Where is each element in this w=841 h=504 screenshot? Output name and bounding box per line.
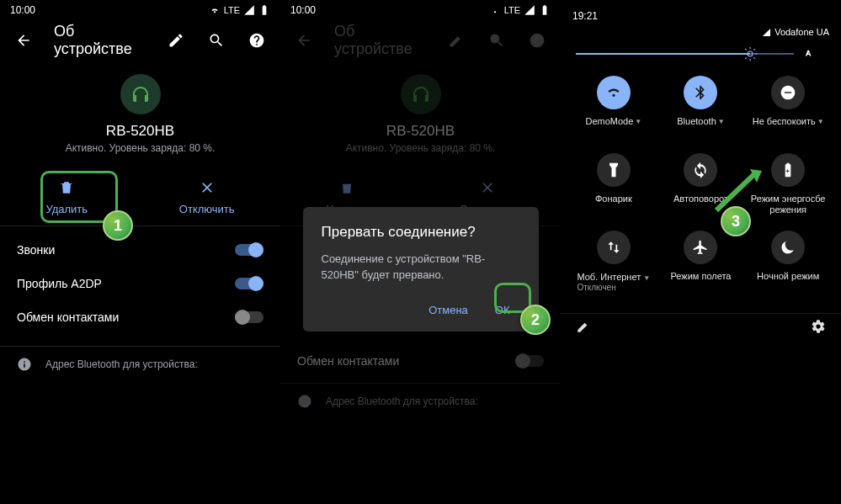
contacts-label: Обмен контактами xyxy=(17,310,119,324)
tile-wifi[interactable]: DemoMode▼ xyxy=(572,76,655,138)
flashlight-icon xyxy=(597,153,631,187)
a2dp-label: Профиль A2DP xyxy=(17,277,102,290)
lte-label: LTE xyxy=(224,5,240,15)
a2dp-switch[interactable] xyxy=(235,278,263,289)
search-button[interactable] xyxy=(200,24,233,57)
signal-icon xyxy=(762,28,771,37)
bluetooth-icon xyxy=(684,76,717,109)
dialog-message: Соединение с устройством "RB-520HB" буде… xyxy=(322,251,520,284)
app-bar: Об устройстве xyxy=(0,20,280,61)
tile-bluetooth[interactable]: Bluetooth▼ xyxy=(660,76,743,138)
status-time: 10:00 xyxy=(10,4,35,16)
dialog: Прервать соединение? Соединение с устрой… xyxy=(303,207,539,332)
dnd-icon xyxy=(771,76,805,109)
dialog-title: Прервать соединение? xyxy=(322,224,520,241)
tile-mobile-data[interactable]: Моб. Интернет ▼Отключен xyxy=(572,231,655,293)
setting-contacts[interactable]: Обмен контактами xyxy=(0,300,280,334)
rotate-icon xyxy=(684,153,717,187)
dialog-cancel-button[interactable]: Отмена xyxy=(418,297,478,323)
battery-saver-icon xyxy=(771,153,805,187)
wifi-icon xyxy=(597,76,631,109)
carrier-label: Vodafone UA xyxy=(774,27,829,37)
brightness-thumb-icon[interactable] xyxy=(743,46,758,61)
phone-1: 10:00 LTE Об устройстве RB-520HB Активно… xyxy=(0,0,280,504)
setting-calls[interactable]: Звонки xyxy=(0,233,280,267)
delete-button[interactable]: Удалить xyxy=(45,179,88,215)
close-icon xyxy=(199,179,216,196)
edit-icon[interactable] xyxy=(576,319,591,334)
tile-battery-saver[interactable]: Режим энергосбе режения xyxy=(747,153,829,215)
disconnect-button[interactable]: Отключить xyxy=(179,179,235,215)
device-block: RB-520HB Активно. Уровень заряда: 80 %. xyxy=(0,61,280,164)
back-button[interactable] xyxy=(7,24,40,57)
calls-switch[interactable] xyxy=(235,244,263,256)
bt-addr-label: Адрес Bluetooth для устройства: xyxy=(45,358,198,370)
edit-button[interactable] xyxy=(159,24,193,57)
dialog-overlay: Прервать соединение? Соединение с устрой… xyxy=(280,0,561,504)
tiles-grid: DemoMode▼ Bluetooth▼ Не беспокоить▼ Фона… xyxy=(561,76,841,306)
tile-dnd[interactable]: Не беспокоить▼ xyxy=(747,76,829,138)
help-button[interactable] xyxy=(240,24,274,57)
brightness-slider[interactable] xyxy=(561,45,841,76)
delete-label: Удалить xyxy=(45,203,88,215)
svg-point-0 xyxy=(748,51,753,56)
badge-2: 2 xyxy=(520,305,551,335)
settings-icon[interactable] xyxy=(811,319,826,334)
qs-time: 19:21 xyxy=(572,10,598,22)
battery-icon xyxy=(258,4,270,16)
airplane-icon xyxy=(684,231,717,264)
phone-2: 10:00 LTE Об устройстве RB-520HB Активно… xyxy=(280,0,561,504)
disconnect-label: Отключить xyxy=(179,203,235,215)
signal-icon xyxy=(243,4,255,16)
action-row: Удалить Отключить xyxy=(0,169,280,226)
settings-list: Звонки Профиль A2DP Обмен контактами xyxy=(0,226,280,341)
info-row: Адрес Bluetooth для устройства: xyxy=(0,346,280,382)
contacts-switch[interactable] xyxy=(235,311,263,323)
tile-night[interactable]: Ночной режим xyxy=(747,231,829,293)
setting-a2dp[interactable]: Профиль A2DP xyxy=(0,267,280,300)
badge-1: 1 xyxy=(103,210,133,241)
carrier-row: Vodafone UA xyxy=(561,25,841,45)
status-bar: 10:00 LTE xyxy=(0,0,280,20)
page-title: Об устройстве xyxy=(54,23,152,58)
night-icon xyxy=(771,231,805,264)
mobile-data-icon xyxy=(597,231,631,264)
dialog-ok-button[interactable]: ОК xyxy=(485,297,520,323)
info-icon xyxy=(17,357,32,372)
auto-brightness-icon[interactable] xyxy=(801,45,817,62)
trash-icon xyxy=(58,179,75,196)
headphones-icon xyxy=(120,74,161,114)
tile-flashlight[interactable]: Фонарик xyxy=(572,153,655,215)
qs-footer xyxy=(561,313,841,346)
device-name: RB-520HB xyxy=(0,123,280,140)
quick-settings-panel: 19:21 Vodafone UA DemoMode▼ Bluetooth▼ xyxy=(561,0,841,346)
device-status: Активно. Уровень заряда: 80 %. xyxy=(0,142,280,154)
wifi-icon xyxy=(209,4,221,16)
phone-3: 19:21 Vodafone UA DemoMode▼ Bluetooth▼ xyxy=(561,0,841,504)
badge-3: 3 xyxy=(721,206,751,236)
tile-airplane[interactable]: Режим полета xyxy=(660,231,743,293)
calls-label: Звонки xyxy=(17,243,55,257)
